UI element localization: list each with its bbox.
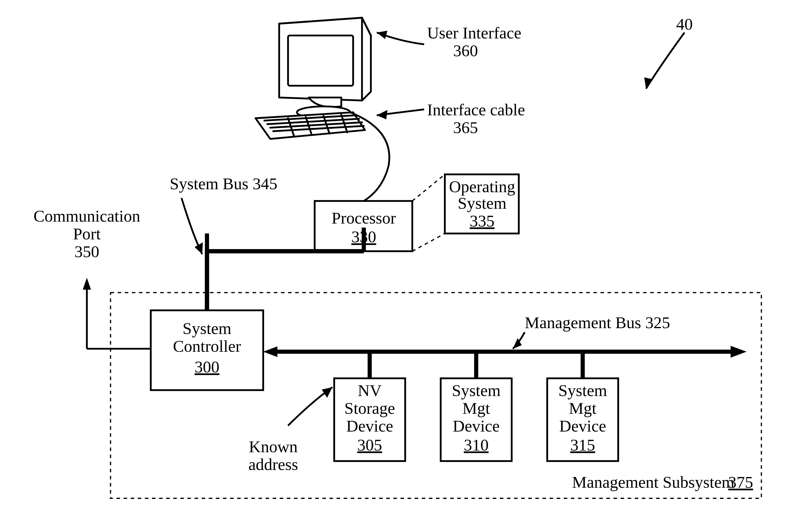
nv-num: 305 [357,436,382,454]
smd1-l2: Mgt [463,399,490,417]
svg-marker-21 [263,346,277,357]
figure-ref-arrowhead [644,77,653,89]
nv-l2: Storage [344,399,395,417]
nv-l1: NV [358,381,382,400]
computer-drawing [255,18,371,139]
smd2-num: 315 [570,436,595,454]
cable-label: Interface cable [427,100,525,119]
controller-l2: Controller [173,337,241,355]
controller-l1: System [183,319,231,338]
svg-marker-27 [322,387,332,398]
architecture-diagram: 40 User Interface 360 Interface cable 3 [0,0,795,532]
commport-num: 350 [74,242,100,261]
ui-label: User Interface [427,24,521,42]
svg-marker-11 [377,110,387,119]
smd1-l3: Device [453,417,500,435]
subsys-num: 375 [728,473,753,491]
os-dash-bot [412,233,445,251]
controller-num: 300 [195,358,219,376]
commport-l2: Port [73,225,101,243]
figure-ref-number: 40 [676,15,693,33]
svg-rect-0 [288,36,353,86]
nv-l3: Device [346,417,393,435]
svg-marker-20 [83,278,91,290]
os-dash-top [412,174,445,201]
svg-marker-22 [731,346,747,358]
svg-marker-19 [195,242,203,254]
known-l1: Known [249,437,297,456]
svg-marker-10 [377,31,387,39]
mgmtbus-label: Management Bus 325 [525,313,670,332]
smd2-l2: Mgt [569,399,597,417]
smd2-l1: System [558,381,607,400]
os-num: 335 [470,212,494,230]
cable-num: 365 [453,118,478,137]
os-l2: System [458,194,506,212]
known-l2: address [248,455,298,474]
commport-l1: Communication [34,207,140,225]
os-l1: Operating [449,177,515,196]
subsys-name: Management Subsystem [572,473,734,491]
processor-name: Processor [332,209,396,227]
smd1-num: 310 [464,436,489,454]
sysbus-label: System Bus 345 [170,174,277,193]
smd2-l3: Device [559,417,606,435]
smd1-l1: System [452,381,501,400]
ui-num: 360 [453,41,478,60]
